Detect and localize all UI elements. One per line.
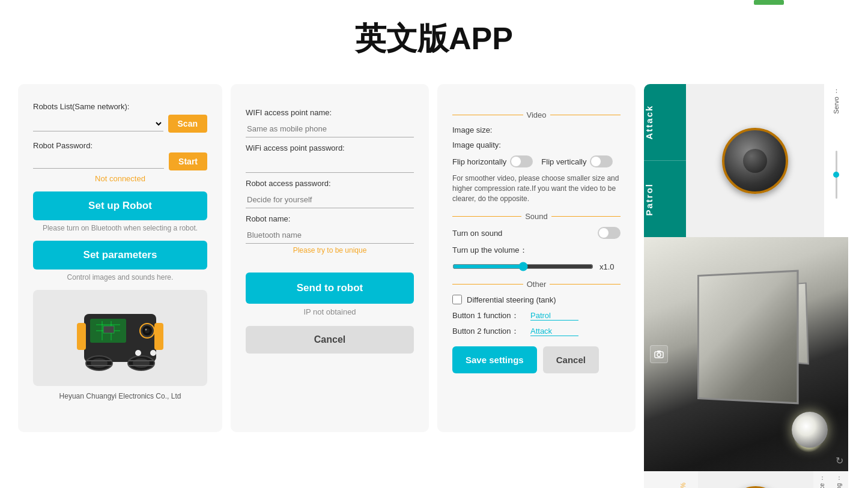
bat-label: BAT:89% (680, 482, 687, 488)
refresh-icon[interactable]: ↻ (836, 455, 843, 466)
panel-4: Attack Patrol Servo： (644, 84, 848, 488)
panel-3: Video Image size: Image quality: Flip ho… (437, 84, 636, 432)
settings-bottom-row: Save settings Cancel (452, 346, 621, 373)
camera-icon[interactable] (650, 345, 668, 363)
svg-point-24 (657, 353, 661, 357)
volume-label-row: Turn up the volume： (452, 245, 621, 256)
button2-function-input[interactable] (530, 327, 578, 336)
setup-robot-button[interactable]: Set up Robot (33, 191, 207, 220)
password-label: Robot Password: (33, 141, 207, 150)
servo-dot (833, 172, 839, 178)
image-quality-row: Image quality: (452, 140, 621, 149)
wifi-ap-name-input[interactable] (246, 121, 414, 137)
password-input[interactable] (33, 154, 164, 169)
svg-rect-7 (77, 323, 86, 350)
robot-access-password-input[interactable] (246, 191, 414, 208)
flip-vertical-label: Flip vertically (541, 157, 586, 166)
image-size-row: Image size: (452, 125, 621, 134)
svg-point-22 (150, 350, 156, 356)
sound-line-right (551, 216, 621, 217)
flip-vertical-toggle[interactable] (590, 155, 613, 167)
video-line-left (452, 115, 523, 115)
video-hint: For smoother video, please choose smalle… (452, 173, 621, 203)
svg-rect-25 (657, 351, 661, 352)
sliders-wrap: Balance： Lighting： (813, 471, 848, 488)
servo-col: Servo： (824, 84, 848, 237)
volume-row: x1.0 (452, 262, 621, 271)
ip-status: IP not obtained (246, 307, 414, 316)
start-button[interactable]: Start (169, 152, 207, 170)
sound-line-left (452, 216, 521, 217)
svg-point-14 (91, 358, 108, 368)
flip-horizontal-slider (510, 155, 533, 167)
video-section-title: Video (527, 110, 547, 119)
volume-slider[interactable] (452, 262, 593, 271)
company-label: Heyuan Chuangyi Electronics Co., Ltd (33, 392, 207, 400)
joystick-top-inner (743, 149, 767, 173)
status-col: BAT:89% TEMP:41C (668, 471, 698, 488)
flip-vertical-item: Flip vertically (541, 155, 613, 167)
cancel-settings-button[interactable]: Cancel (543, 346, 599, 373)
camera-scene (644, 237, 848, 471)
other-line-right (550, 284, 621, 285)
patrol-button[interactable]: Patrol (644, 161, 686, 238)
robots-dropdown[interactable] (33, 116, 163, 131)
robot-access-password-label: Robot access password: (246, 179, 414, 188)
button1-function-label: Button 1 function： (452, 310, 530, 321)
wifi-ap-password-input[interactable] (246, 156, 414, 173)
image-size-label: Image size: (452, 125, 492, 134)
scan-button[interactable]: Scan (168, 115, 207, 133)
flip-horizontal-toggle[interactable] (510, 155, 533, 167)
turn-on-sound-row: Turn on sound (452, 227, 621, 239)
flip-horizontal-item: Flip horizontally (452, 155, 533, 167)
sound-slider (598, 227, 621, 239)
servo-track (836, 151, 837, 199)
button2-function-row: Button 2 function： (452, 326, 621, 337)
attack-patrol-col: Attack Patrol (644, 84, 686, 237)
set-parameters-button[interactable]: Set parameters (33, 241, 207, 270)
robot-name-input[interactable] (246, 227, 414, 244)
flip-row: Flip horizontally Flip vertically (452, 155, 621, 167)
panel-4-bottom: Finish BAT:89% TEMP:41C Balance： (644, 471, 848, 488)
balance-label: Balance： (818, 477, 827, 488)
video-line-right (550, 115, 621, 115)
balance-slider-group: Balance： (818, 477, 827, 488)
svg-rect-6 (103, 326, 114, 333)
unique-hint: Please try to be unique (246, 246, 414, 255)
robot-image (33, 290, 207, 386)
joystick-top[interactable] (722, 128, 788, 194)
sound-toggle[interactable] (598, 227, 621, 239)
finish-col: Finish (644, 471, 668, 488)
button2-function-label: Button 2 function： (452, 326, 530, 337)
other-section-title: Other (527, 280, 547, 289)
page-title: 英文版APP (0, 0, 868, 84)
wifi-ap-name-label: WIFI access point name: (246, 108, 414, 117)
differential-steering-checkbox[interactable] (452, 295, 462, 304)
svg-point-12 (145, 329, 147, 331)
lighting-label: Lighting： (835, 477, 843, 488)
robot-illustration (60, 296, 180, 380)
differential-steering-label: Differential steering (tank) (467, 295, 556, 304)
control-hint: Control images and sounds here. (33, 273, 207, 282)
panels-container: Robots List(Same network): Scan Robot Pa… (0, 84, 868, 488)
volume-label: Turn up the volume： (452, 245, 527, 256)
password-row: Start (33, 152, 207, 170)
panel-1: Robots List(Same network): Scan Robot Pa… (18, 84, 222, 432)
attack-button[interactable]: Attack (644, 84, 686, 161)
robots-list-row: Scan (33, 115, 207, 133)
video-divider: Video (452, 110, 621, 119)
not-connected-status: Not connected (33, 174, 207, 183)
send-to-robot-button[interactable]: Send to robot (246, 273, 414, 304)
bluetooth-hint: Please turn on Bluetooth when selecting … (33, 224, 207, 232)
flip-vertical-slider (590, 155, 613, 167)
servo-slider-container (836, 119, 837, 231)
svg-point-21 (135, 350, 141, 356)
cancel-button-2[interactable]: Cancel (246, 326, 414, 354)
wifi-ap-password-label: WiFi access point password: (246, 143, 414, 152)
volume-value: x1.0 (599, 262, 621, 271)
panel-2: WIFI access point name: WiFi access poin… (231, 84, 429, 432)
save-settings-button[interactable]: Save settings (452, 346, 537, 373)
button1-function-input[interactable] (530, 311, 578, 321)
top-green-strip (754, 0, 784, 5)
other-divider: Other (452, 280, 621, 289)
